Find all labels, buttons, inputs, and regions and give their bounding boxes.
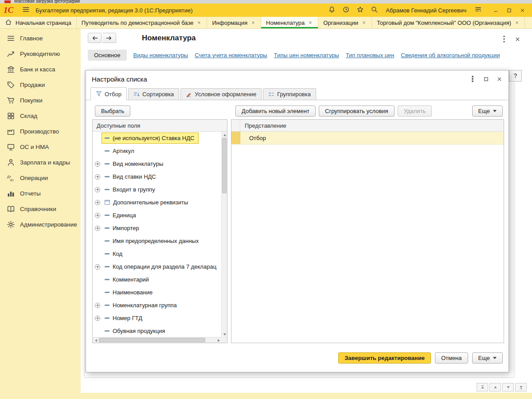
favorites-button[interactable] [355, 5, 365, 15]
page-tab-planned-price-type[interactable]: Тип плановых цен [346, 52, 395, 59]
dialog-tab-filter[interactable]: Отбор [90, 87, 127, 100]
field-row[interactable]: Вид ставки НДС [93, 170, 221, 183]
dialog-tab-sorting[interactable]: Сортировка [128, 88, 179, 100]
tab-nomenclature[interactable]: Номенклатура [261, 17, 318, 28]
tab-close-icon[interactable] [308, 20, 313, 25]
sidebar-item-sales[interactable]: Продажи [0, 77, 81, 93]
tab-close-icon[interactable] [196, 20, 202, 25]
field-row[interactable]: Артикул [93, 145, 221, 157]
sidebar-item-main[interactable]: Главное [0, 31, 81, 46]
expand-icon[interactable] [95, 161, 100, 167]
tab-close-icon[interactable] [514, 20, 520, 25]
page-close-button[interactable] [512, 35, 522, 44]
page-tab-accounting-accounts[interactable]: Счета учета номенклатуры [195, 52, 267, 59]
sidebar-item-administration[interactable]: Администрирование [0, 217, 81, 232]
tab-trading-house[interactable]: Торговый дом "Комплексный" ООО (Организа… [372, 17, 525, 28]
tab-home[interactable]: Начальная страница [0, 17, 77, 28]
field-row[interactable]: Наименование [93, 286, 221, 299]
group-conditions-button[interactable]: Сгруппировать условия [319, 106, 395, 117]
go-last-button[interactable] [515, 383, 527, 391]
field-row[interactable]: Единица [93, 209, 221, 222]
sidebar-item-bank-cash[interactable]: Банк и касса [0, 62, 81, 77]
expand-icon[interactable] [95, 226, 100, 231]
vertical-scrollbar[interactable] [221, 132, 227, 337]
field-row[interactable]: Комментарий [93, 273, 221, 286]
tab-information[interactable]: Информация [207, 17, 261, 28]
tab-close-icon[interactable] [361, 20, 367, 25]
page-menu-button[interactable] [499, 35, 509, 44]
more-button-bottom[interactable]: Еще [472, 352, 503, 364]
field-row[interactable]: Дополнительные реквизиты [93, 196, 221, 209]
scroll-right-icon[interactable] [215, 337, 221, 343]
help-button[interactable]: ? [509, 70, 522, 82]
field-row[interactable]: Номер ГТД [93, 312, 221, 325]
expand-icon[interactable] [95, 187, 100, 192]
delete-button[interactable]: Удалить [398, 106, 432, 117]
dialog-menu-button[interactable] [467, 74, 478, 84]
dialog-tab-conditional-format[interactable]: Условное оформление [180, 88, 262, 100]
expand-icon[interactable] [95, 303, 100, 308]
notifications-button[interactable] [326, 5, 337, 15]
sidebar-item-production[interactable]: Производство [0, 124, 81, 139]
field-row[interactable]: Входит в группу [93, 183, 221, 196]
sidebar-item-fixed-assets[interactable]: ОС и НМА [0, 139, 81, 155]
service-panel-button[interactable] [473, 5, 483, 15]
search-button[interactable] [369, 5, 379, 15]
field-row[interactable]: (не используется) Ставка НДС [93, 132, 221, 145]
close-window-button[interactable] [516, 5, 528, 15]
expand-icon[interactable] [95, 200, 100, 205]
expand-icon[interactable] [95, 264, 100, 270]
maximize-button[interactable] [503, 5, 515, 15]
sidebar-item-payroll-hr[interactable]: Зарплата и кадры [0, 155, 81, 170]
sidebar-item-purchases[interactable]: Покупки [0, 93, 81, 108]
field-row[interactable]: Имя предопределенных данных [93, 235, 221, 247]
go-next-button[interactable] [502, 383, 514, 391]
field-row[interactable]: Номенклатурная группа [93, 299, 221, 312]
filter-row[interactable]: Отбор [231, 132, 504, 145]
history-button[interactable] [340, 5, 351, 15]
page-title: Номенклатура [142, 34, 196, 43]
go-previous-button[interactable] [489, 383, 501, 391]
field-row[interactable]: Код [93, 247, 221, 260]
back-button[interactable] [88, 33, 102, 43]
vertical-scroll-thumb[interactable] [222, 138, 227, 193]
minimize-button[interactable] [489, 5, 502, 15]
main-menu-button[interactable] [20, 5, 31, 15]
page-tab-main[interactable]: Основное [88, 50, 127, 61]
user-menu[interactable]: Абрамов Геннадий Сергеевич [386, 7, 466, 14]
horizontal-scrollbar[interactable] [93, 337, 221, 343]
page-tab-alcohol-info[interactable]: Сведения об алкогольной продукции [401, 52, 500, 59]
sidebar-item-directories[interactable]: Справочники [0, 201, 81, 217]
field-row[interactable]: Код операции для раздела 7 декларац [93, 260, 221, 273]
dialog-maximize-button[interactable] [480, 74, 492, 84]
tab-close-icon[interactable] [250, 20, 256, 25]
finish-editing-button[interactable]: Завершить редактирование [338, 352, 431, 364]
cancel-button[interactable]: Отмена [435, 352, 468, 364]
add-element-button[interactable]: Добавить новый элемент [235, 106, 316, 117]
dialog-close-button[interactable] [493, 74, 505, 84]
sidebar-item-warehouse[interactable]: Склад [0, 108, 81, 124]
scroll-up-icon[interactable] [222, 132, 227, 137]
page-tab-nomenclature-types[interactable]: Виды номенклатуры [133, 52, 188, 59]
go-first-button[interactable] [477, 383, 488, 391]
more-button-top[interactable]: Еще [472, 106, 503, 117]
dialog-tab-grouping[interactable]: Группировка [263, 88, 316, 100]
page-tab-price-types[interactable]: Типы цен номенклатуры [274, 52, 339, 59]
field-row[interactable]: Импортер [93, 222, 221, 235]
field-row[interactable]: Вид номенклатуры [93, 157, 221, 170]
select-button[interactable]: Выбрать [95, 106, 130, 117]
horizontal-scroll-thumb[interactable] [99, 338, 205, 342]
scroll-down-icon[interactable] [222, 331, 227, 337]
expand-icon[interactable] [95, 174, 100, 180]
field-row[interactable]: Обувная продукция [93, 325, 221, 337]
sidebar-item-manager[interactable]: Руководителю [0, 46, 81, 62]
tab-guide[interactable]: Путеводитель по демонстрационной базе [77, 17, 207, 28]
sidebar-item-reports[interactable]: Отчеты [0, 186, 81, 201]
sidebar-item-operations[interactable]: ДтКтОперации [0, 170, 81, 186]
tab-organizations[interactable]: Организации [318, 17, 372, 28]
expand-icon[interactable] [95, 213, 100, 218]
scroll-left-icon[interactable] [93, 337, 98, 343]
forward-button[interactable] [102, 33, 116, 43]
expand-icon[interactable] [95, 316, 100, 321]
sidebar-item-label: Производство [20, 128, 59, 135]
